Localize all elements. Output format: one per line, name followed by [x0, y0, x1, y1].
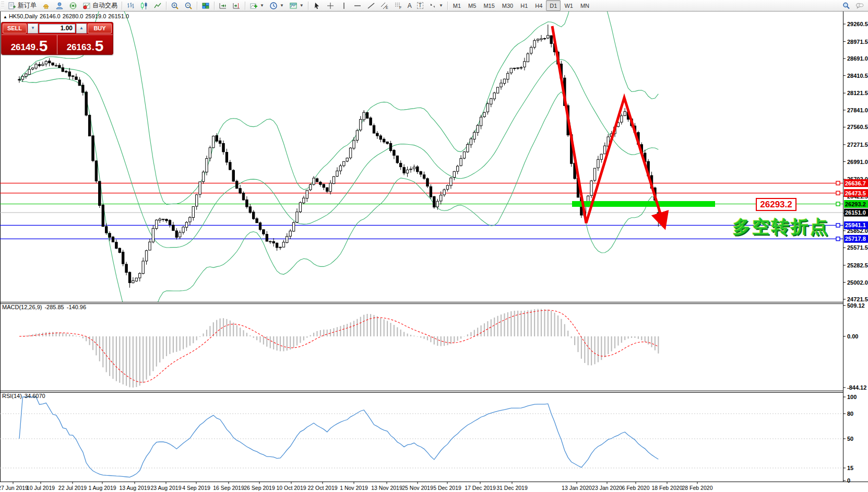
- text-tool-button[interactable]: A: [405, 0, 414, 11]
- timeframe-mn[interactable]: MN: [577, 0, 593, 11]
- periods-icon: [269, 2, 278, 10]
- buy-price-main: 26163: [67, 42, 91, 53]
- cursor-tool-button[interactable]: [310, 0, 324, 11]
- trend-arrow[interactable]: [552, 26, 664, 225]
- signals-button[interactable]: [66, 0, 80, 11]
- svg-text:24721.5: 24721.5: [847, 296, 868, 302]
- chart-shift-button[interactable]: [230, 0, 243, 11]
- arrows-icon: [429, 2, 437, 10]
- vertical-line-tool-button[interactable]: [337, 0, 351, 11]
- buy-button[interactable]: BUY: [88, 24, 112, 33]
- svg-text:18 Feb 2020: 18 Feb 2020: [652, 485, 683, 491]
- label-tool-button[interactable]: T: [414, 0, 426, 11]
- auto-trading-button[interactable]: 自动交易: [80, 0, 120, 11]
- volume-decrease-button[interactable]: ▼: [28, 24, 38, 33]
- turning-point-annotation[interactable]: 多空转折点: [733, 215, 829, 239]
- templates-button[interactable]: ▼: [287, 0, 306, 11]
- symbol-marker-icon: ▲: [3, 15, 7, 19]
- new-order-button[interactable]: 新订单: [5, 0, 39, 11]
- timeframe-d1[interactable]: D1: [546, 0, 561, 11]
- fibonacci-tool-button[interactable]: F: [391, 0, 405, 11]
- svg-text:27271.5: 27271.5: [847, 142, 868, 148]
- horizontal-lines-layer[interactable]: [0, 183, 843, 239]
- svg-text:25571.5: 25571.5: [847, 244, 868, 251]
- community-icon: [55, 2, 64, 10]
- bar-chart-button[interactable]: [124, 0, 137, 11]
- timeframe-m5[interactable]: M5: [465, 0, 480, 11]
- svg-text:26991.0: 26991.0: [847, 159, 868, 165]
- svg-text:10 Jul 2019: 10 Jul 2019: [27, 485, 55, 491]
- tile-windows-button[interactable]: [199, 0, 212, 11]
- macd-signal-line: [19, 310, 658, 382]
- price-axis[interactable]: 29260.528971.528691.028410.528121.527841…: [843, 21, 868, 484]
- chart-header: ▲HK50,Daily26146.026280.025919.026151.0: [3, 13, 131, 19]
- search-icon[interactable]: [842, 2, 850, 10]
- candlestick-chart-button[interactable]: [137, 0, 151, 11]
- market-button[interactable]: [39, 0, 53, 11]
- signals-icon: [69, 2, 77, 10]
- svg-text:13 Nov 2019: 13 Nov 2019: [371, 485, 402, 491]
- date-axis[interactable]: 27 Jun 201910 Jul 201922 Jul 20191 Aug 2…: [0, 482, 713, 491]
- community-button[interactable]: [53, 0, 66, 11]
- svg-text:26 Sep 2019: 26 Sep 2019: [244, 485, 275, 491]
- svg-text:28410.5: 28410.5: [847, 73, 868, 79]
- svg-text:-844.12: -844.12: [847, 384, 866, 391]
- toolbar-grip[interactable]: [1, 2, 4, 9]
- trendline-icon: [367, 2, 375, 10]
- macd-value: -285.85: [44, 304, 64, 310]
- svg-text:17 Dec 2019: 17 Dec 2019: [465, 485, 496, 491]
- zoom-in-button[interactable]: [168, 0, 182, 11]
- sell-price[interactable]: 26149 . 5: [2, 35, 57, 54]
- svg-text:22 Jul 2019: 22 Jul 2019: [58, 485, 87, 491]
- zoom-out-icon: [184, 2, 193, 10]
- chevron-down-icon: ▼: [300, 3, 304, 8]
- close-value: 26151.0: [108, 13, 129, 19]
- tile-windows-icon: [201, 2, 210, 10]
- svg-text:13 Aug 2019: 13 Aug 2019: [120, 485, 150, 491]
- main-toolbar: 新订单 自动交易: [0, 0, 868, 11]
- timeframe-m1[interactable]: M1: [449, 0, 465, 11]
- svg-text:28691.0: 28691.0: [847, 55, 868, 62]
- indicators-icon: [249, 2, 258, 10]
- svg-text:31 Dec 2019: 31 Dec 2019: [496, 485, 528, 491]
- metatrader-window: 29260.528971.528691.028410.528121.527841…: [0, 0, 868, 492]
- buy-price-frac: 5: [95, 39, 104, 53]
- auto-scroll-icon: [219, 2, 227, 10]
- svg-text:0.00: 0.00: [847, 333, 858, 339]
- buy-price[interactable]: 26163 . 5: [57, 35, 113, 54]
- timeframe-m30[interactable]: M30: [498, 0, 517, 11]
- symbol-period-label: HK50,Daily: [9, 13, 38, 19]
- zoom-out-button[interactable]: [182, 0, 195, 11]
- channel-tool-button[interactable]: E: [378, 0, 391, 11]
- svg-text:100: 100: [847, 394, 857, 400]
- timeframe-w1[interactable]: W1: [561, 0, 577, 11]
- volume-input[interactable]: 1.00: [39, 24, 75, 33]
- chevron-down-icon: ▼: [260, 3, 264, 8]
- arrows-tool-button[interactable]: ▼: [426, 0, 446, 11]
- candles-layer: [18, 25, 660, 288]
- chevron-down-icon: ▼: [439, 3, 443, 8]
- crosshair-tool-button[interactable]: [324, 0, 337, 11]
- timeframe-h1[interactable]: H1: [517, 0, 531, 11]
- chart-canvas[interactable]: 29260.528971.528691.028410.528121.527841…: [0, 0, 868, 492]
- timeframe-m15[interactable]: M15: [480, 0, 498, 11]
- indicators-button[interactable]: ▼: [247, 0, 267, 11]
- new-order-label: 新订单: [18, 1, 37, 10]
- chat-icon[interactable]: [855, 2, 864, 10]
- timeframe-h4[interactable]: H4: [531, 0, 546, 11]
- line-chart-button[interactable]: [151, 0, 164, 11]
- channel-icon: E: [381, 2, 389, 10]
- periods-button[interactable]: ▼: [267, 0, 287, 11]
- trendline-tool-button[interactable]: [364, 0, 378, 11]
- svg-text:E: E: [386, 6, 388, 9]
- rsi-line: [19, 397, 658, 477]
- svg-text:25 Nov 2019: 25 Nov 2019: [402, 485, 433, 491]
- volume-increase-button[interactable]: ▲: [76, 24, 87, 33]
- auto-trading-label: 自动交易: [92, 1, 117, 10]
- sell-price-dot: .: [36, 42, 39, 53]
- sell-button[interactable]: SELL: [3, 24, 27, 33]
- price-callout-box[interactable]: 26293.2: [756, 198, 796, 211]
- high-value: 26280.0: [63, 13, 84, 19]
- horizontal-line-tool-button[interactable]: [351, 0, 364, 11]
- auto-scroll-button[interactable]: [216, 0, 230, 11]
